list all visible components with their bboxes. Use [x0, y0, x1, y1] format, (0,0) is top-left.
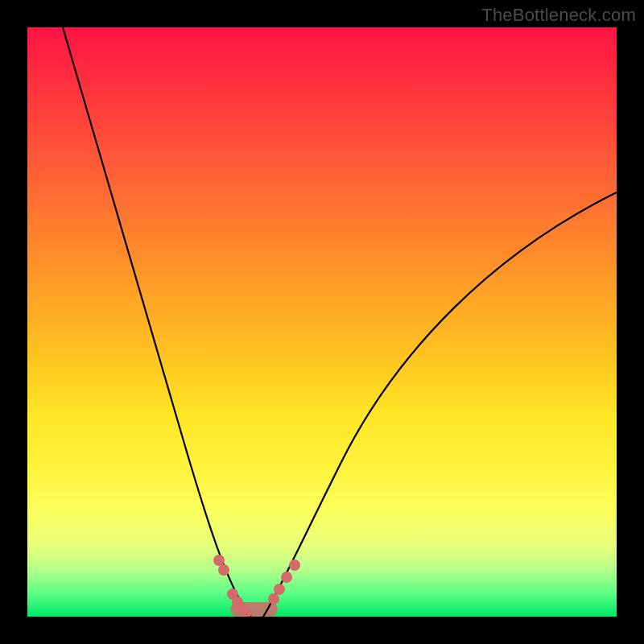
- marker-dot: [268, 593, 279, 605]
- marker-dot: [213, 555, 225, 566]
- watermark-text: TheBottleneck.com: [481, 5, 636, 26]
- marker-dot: [281, 572, 292, 583]
- chart-svg: [27, 27, 617, 617]
- marker-dot: [274, 584, 285, 595]
- marker-dot: [218, 564, 229, 576]
- chart-frame: TheBottleneck.com: [0, 0, 644, 644]
- plot-area: [27, 27, 617, 617]
- marker-dot: [289, 559, 300, 571]
- left-curve: [63, 27, 251, 617]
- right-curve: [263, 192, 617, 617]
